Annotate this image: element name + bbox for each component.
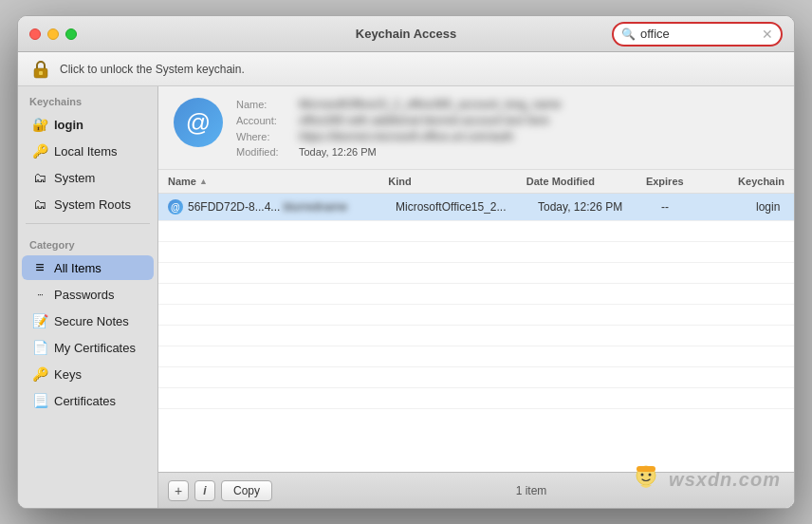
sort-arrow-icon: ▲ <box>199 177 208 186</box>
all-items-icon: ≡ <box>31 259 48 276</box>
search-input[interactable] <box>640 27 757 41</box>
sidebar-item-certificates[interactable]: 📃 Certificates <box>22 388 154 413</box>
content-pane: @ Name: MicrosoftOffice15_2_office365_ac… <box>158 86 794 508</box>
window-title: Keychain Access <box>356 27 456 41</box>
empty-row <box>158 284 794 305</box>
sidebar-item-all-items[interactable]: ≡ All Items <box>22 255 154 280</box>
detail-header: @ Name: MicrosoftOffice15_2_office365_ac… <box>158 86 794 170</box>
detail-account-label: Account: <box>236 115 293 126</box>
keys-icon: 🔑 <box>31 365 48 383</box>
lock-bar: Click to unlock the System keychain. <box>18 52 794 86</box>
sidebar-item-system[interactable]: 🗂 System <box>22 165 154 190</box>
system-roots-icon: 🗂 <box>31 196 48 213</box>
sidebar-item-passwords[interactable]: ··· Passwords <box>22 282 154 307</box>
detail-modified-value: Today, 12:26 PM <box>299 146 377 158</box>
system-icon: 🗂 <box>31 169 48 186</box>
detail-account-row: Account: office365 with additional blurr… <box>236 114 779 127</box>
detail-name-value: MicrosoftOffice15_2_office365_account_lo… <box>299 98 561 111</box>
detail-avatar: @ <box>174 98 223 147</box>
status-text: 1 item <box>278 484 784 497</box>
search-box[interactable]: 🔍 ✕ <box>612 22 783 47</box>
local-items-icon: 🔑 <box>31 142 48 159</box>
minimize-button[interactable] <box>47 28 59 40</box>
lock-icon <box>29 58 52 81</box>
detail-account-value: office365 with additional blurred accoun… <box>299 114 549 127</box>
sidebar-item-secure-notes[interactable]: 📝 Secure Notes <box>22 309 154 333</box>
title-bar: Keychain Access 🔍 ✕ <box>18 16 794 52</box>
traffic-lights <box>29 28 77 40</box>
cell-date: Today, 12:26 PM <box>528 197 652 216</box>
sidebar-item-login[interactable]: 🔐 login <box>22 112 154 137</box>
search-clear-icon[interactable]: ✕ <box>762 27 773 42</box>
sidebar-item-local-items[interactable]: 🔑 Local Items <box>22 139 154 163</box>
detail-modified-row: Modified: Today, 12:26 PM <box>236 146 779 158</box>
sidebar-item-system-label: System <box>54 171 95 185</box>
category-label: Category <box>18 230 157 254</box>
sidebar-item-local-items-label: Local Items <box>54 144 117 159</box>
col-header-keychain[interactable]: Keychain <box>729 174 794 189</box>
cell-name: @ 56FDD72D-8...4... blurredname <box>158 196 386 217</box>
table-row[interactable]: @ 56FDD72D-8...4... blurredname Microsof… <box>158 194 794 221</box>
copy-label: Copy <box>233 484 260 497</box>
sidebar-divider <box>26 223 150 224</box>
table-header: Name ▲ Kind Date Modified Expires Keycha… <box>158 170 794 194</box>
sidebar-item-all-items-label: All Items <box>54 261 102 275</box>
sidebar-item-system-roots[interactable]: 🗂 System Roots <box>22 192 154 216</box>
title-bar-right: 🔍 ✕ <box>612 22 783 47</box>
search-icon: 🔍 <box>621 28 636 41</box>
sidebar-item-keys-label: Keys <box>54 367 82 382</box>
main-window: Keychain Access 🔍 ✕ Click to unlock the … <box>17 15 795 509</box>
cell-name-text: 56FDD72D-8...4... blurredname <box>188 200 347 214</box>
empty-row <box>158 263 794 284</box>
sidebar-item-passwords-label: Passwords <box>54 288 115 302</box>
keychains-label: Keychains <box>18 86 157 111</box>
lock-svg <box>30 59 51 80</box>
sidebar-item-keys[interactable]: 🔑 Keys <box>22 362 154 386</box>
add-icon: + <box>175 483 182 498</box>
secure-notes-icon: 📝 <box>31 312 48 329</box>
copy-button[interactable]: Copy <box>221 480 272 501</box>
empty-row <box>158 221 794 242</box>
empty-row <box>158 346 794 367</box>
col-header-kind[interactable]: Kind <box>378 174 516 189</box>
sidebar-item-my-certificates[interactable]: 📄 My Certificates <box>22 335 154 360</box>
detail-where-value: https://blurred.microsoft.office.url.com… <box>299 130 514 143</box>
detail-name-label: Name: <box>236 99 293 110</box>
cell-kind: MicrosoftOffice15_2... <box>386 197 528 216</box>
detail-name-row: Name: MicrosoftOffice15_2_office365_acco… <box>236 98 779 111</box>
info-button[interactable]: i <box>194 480 215 501</box>
svg-rect-1 <box>39 71 43 75</box>
row-at-icon: @ <box>168 199 183 215</box>
my-certificates-icon: 📄 <box>31 339 48 356</box>
sidebar-item-system-roots-label: System Roots <box>54 197 131 212</box>
lock-text: Click to unlock the System keychain. <box>60 63 245 76</box>
empty-row <box>158 388 794 409</box>
detail-modified-label: Modified: <box>236 146 293 158</box>
main-content: Keychains 🔐 login 🔑 Local Items 🗂 System… <box>18 86 794 508</box>
col-header-date[interactable]: Date Modified <box>517 174 637 189</box>
sidebar-item-my-certificates-label: My Certificates <box>54 341 136 355</box>
sidebar: Keychains 🔐 login 🔑 Local Items 🗂 System… <box>18 86 158 508</box>
col-header-expires[interactable]: Expires <box>637 174 729 189</box>
col-header-name[interactable]: Name ▲ <box>158 174 378 189</box>
cell-expires: -- <box>652 197 747 216</box>
sidebar-item-secure-notes-label: Secure Notes <box>54 314 129 328</box>
add-button[interactable]: + <box>168 480 189 501</box>
empty-row <box>158 242 794 263</box>
detail-where-row: Where: https://blurred.microsoft.office.… <box>236 130 779 143</box>
login-icon: 🔐 <box>31 116 48 133</box>
empty-row <box>158 326 794 346</box>
bottom-bar: + i Copy 1 item <box>158 472 794 508</box>
passwords-icon: ··· <box>31 286 48 303</box>
table-container: Name ▲ Kind Date Modified Expires Keycha… <box>158 170 794 472</box>
certificates-icon: 📃 <box>31 392 48 409</box>
empty-row <box>158 305 794 326</box>
empty-row <box>158 367 794 388</box>
detail-where-label: Where: <box>236 131 293 142</box>
maximize-button[interactable] <box>65 28 77 40</box>
close-button[interactable] <box>29 28 41 40</box>
sidebar-item-certificates-label: Certificates <box>54 394 116 408</box>
sidebar-item-login-label: login <box>54 118 83 132</box>
cell-keychain: login <box>747 197 794 216</box>
info-icon: i <box>203 484 206 497</box>
